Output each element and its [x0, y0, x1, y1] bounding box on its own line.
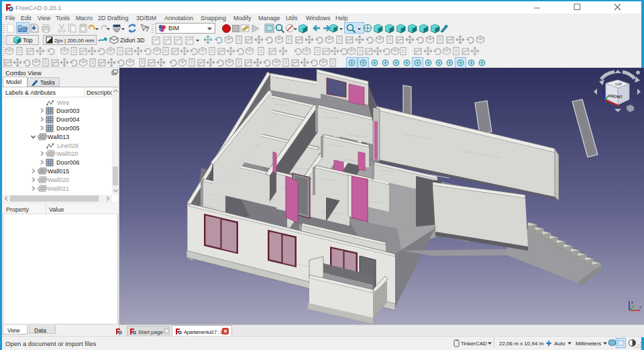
svg-text:x: x — [639, 305, 641, 309]
svg-text:?: ? — [145, 25, 150, 33]
svg-text:z: z — [631, 300, 633, 304]
